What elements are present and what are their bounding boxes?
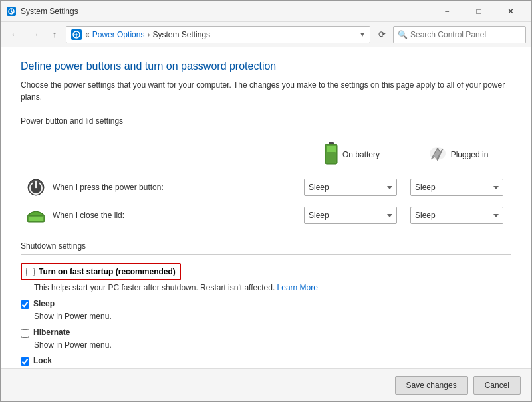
search-bar: 🔍 bbox=[393, 26, 526, 43]
lid-icon bbox=[26, 205, 46, 225]
breadcrumb-expand-icon[interactable]: ▼ bbox=[359, 31, 366, 38]
svg-rect-7 bbox=[327, 152, 336, 163]
plugged-in-label: Plugged in bbox=[451, 150, 489, 159]
maximize-button[interactable]: □ bbox=[464, 1, 494, 22]
up-button[interactable]: ↑ bbox=[46, 26, 63, 43]
hibernate-row: Hibernate bbox=[21, 328, 511, 338]
window-title: System Settings bbox=[21, 7, 432, 16]
window-icon bbox=[6, 6, 17, 17]
lock-checkbox[interactable] bbox=[21, 357, 29, 366]
col-header-on-battery: On battery bbox=[299, 140, 405, 173]
power-button-icon bbox=[26, 177, 46, 197]
breadcrumb-power-options[interactable]: Power Options bbox=[92, 30, 145, 39]
sleep-container: Sleep Show in Power menu. bbox=[21, 299, 511, 321]
col-header-empty bbox=[21, 140, 299, 173]
forward-button[interactable]: → bbox=[26, 26, 43, 43]
breadcrumb-current: System Settings bbox=[152, 30, 210, 39]
minimize-button[interactable]: − bbox=[432, 1, 462, 22]
page-heading: Define power buttons and turn on passwor… bbox=[21, 60, 511, 72]
address-bar: ← → ↑ « Power Options › System Settings … bbox=[1, 22, 531, 47]
cancel-button[interactable]: Cancel bbox=[473, 376, 521, 395]
system-settings-window: System Settings − □ ✕ ← → ↑ « Power Opti… bbox=[0, 0, 532, 402]
fast-startup-checkbox[interactable] bbox=[26, 268, 35, 276]
breadcrumb-arrow: › bbox=[147, 30, 150, 39]
breadcrumb-bar: « Power Options › System Settings ▼ bbox=[66, 26, 370, 43]
hibernate-label[interactable]: Hibernate bbox=[33, 328, 70, 337]
shutdown-section: Shutdown settings Turn on fast startup (… bbox=[21, 241, 511, 368]
plugged-in-icon bbox=[428, 145, 447, 164]
battery-icon bbox=[324, 142, 338, 167]
lid-on-battery-select[interactable]: Sleep Do nothing Hibernate Shut down Tur… bbox=[304, 207, 397, 224]
sleep-label[interactable]: Sleep bbox=[33, 299, 55, 308]
power-button-on-battery-select[interactable]: Sleep Do nothing Hibernate Shut down Tur… bbox=[304, 179, 397, 196]
power-button-label: When I press the power button: bbox=[53, 183, 164, 192]
lock-container: Lock Show in account picture menu. bbox=[21, 356, 511, 368]
search-input[interactable] bbox=[410, 30, 521, 39]
save-changes-button[interactable]: Save changes bbox=[395, 376, 468, 395]
section-divider-1 bbox=[21, 130, 511, 130]
power-button-row: When I press the power button: Sleep Do … bbox=[21, 173, 511, 201]
svg-rect-12 bbox=[29, 217, 43, 221]
lock-label[interactable]: Lock bbox=[33, 356, 52, 365]
title-bar: System Settings − □ ✕ bbox=[1, 1, 531, 22]
lock-row: Lock bbox=[21, 356, 511, 366]
fast-startup-label[interactable]: Turn on fast startup (recommended) bbox=[39, 267, 176, 276]
lid-label: When I close the lid: bbox=[53, 211, 124, 220]
hibernate-container: Hibernate Show in Power menu. bbox=[21, 328, 511, 350]
power-settings-table: On battery Plugge bbox=[21, 140, 511, 229]
close-button[interactable]: ✕ bbox=[495, 1, 526, 22]
control-panel-icon bbox=[70, 29, 82, 41]
col-header-plugged-in: Plugged in bbox=[405, 140, 511, 173]
power-button-plugged-in-select[interactable]: Sleep Do nothing Hibernate Shut down Tur… bbox=[410, 179, 503, 196]
fast-startup-learn-more-link[interactable]: Learn More bbox=[277, 283, 318, 292]
power-button-section-label: Power button and lid settings bbox=[21, 116, 511, 126]
fast-startup-description: This helps start your PC faster after sh… bbox=[34, 283, 511, 292]
hibernate-description: Show in Power menu. bbox=[34, 340, 511, 350]
breadcrumb-sep-1: « bbox=[85, 30, 90, 39]
search-icon: 🔍 bbox=[398, 30, 408, 39]
lid-row: When I close the lid: Sleep Do nothing H… bbox=[21, 201, 511, 229]
hibernate-checkbox[interactable] bbox=[21, 329, 29, 338]
shutdown-divider bbox=[21, 254, 511, 255]
sleep-row: Sleep bbox=[21, 299, 511, 309]
page-description: Choose the power settings that you want … bbox=[21, 79, 511, 103]
lid-plugged-in-select[interactable]: Sleep Do nothing Hibernate Shut down Tur… bbox=[410, 207, 503, 224]
shutdown-section-label: Shutdown settings bbox=[21, 241, 511, 251]
sleep-description: Show in Power menu. bbox=[34, 312, 511, 321]
window-controls: − □ ✕ bbox=[432, 1, 526, 22]
sleep-checkbox[interactable] bbox=[21, 300, 29, 309]
fast-startup-highlight-box: Turn on fast startup (recommended) bbox=[21, 263, 181, 280]
fast-startup-container: Turn on fast startup (recommended) This … bbox=[21, 263, 511, 292]
main-content: Define power buttons and turn on passwor… bbox=[1, 47, 531, 368]
refresh-button[interactable]: ⟳ bbox=[373, 26, 390, 43]
on-battery-label: On battery bbox=[342, 150, 380, 159]
back-button[interactable]: ← bbox=[6, 26, 23, 43]
footer: Save changes Cancel bbox=[1, 368, 531, 401]
